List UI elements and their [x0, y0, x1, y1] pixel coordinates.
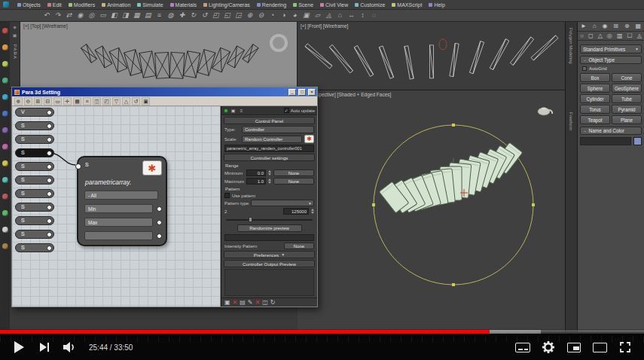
para3d-toolbar-icon[interactable]: ▦ — [73, 97, 81, 105]
command-panel-tab[interactable]: ⌂ — [593, 23, 597, 29]
object-color-swatch[interactable] — [633, 137, 642, 145]
palette-icon[interactable] — [2, 227, 8, 233]
toolbar-icon[interactable]: ⌂ — [335, 11, 345, 20]
para3d-toolbar-icon[interactable]: ✛ — [63, 97, 72, 105]
object-type-button-geosphere[interactable]: GeoSphere — [612, 84, 642, 93]
toolbar-icon[interactable]: ◌ — [369, 11, 379, 20]
para3d-toolbar-icon[interactable]: ≡ — [83, 97, 91, 105]
toolbar-icon[interactable]: ◎ — [87, 11, 96, 20]
spinner-arrows-icon[interactable] — [268, 178, 271, 184]
spinner-arrows-icon[interactable] — [311, 209, 314, 214]
controller-name-field[interactable]: parametric_array_randam_controller001 — [224, 145, 314, 152]
auto-update-checkbox[interactable]: ✓ — [284, 108, 289, 113]
pattern-slider[interactable] — [226, 217, 313, 222]
palette-icon[interactable] — [2, 160, 8, 166]
pill-socket[interactable] — [47, 191, 52, 197]
randomize-preview-button[interactable]: Randomize preview — [237, 224, 302, 232]
panel-icon[interactable]: ◫ — [262, 300, 268, 306]
pill-socket[interactable] — [47, 232, 52, 237]
maximum-none-button[interactable]: None — [273, 178, 314, 185]
node-pill[interactable]: V — [15, 108, 54, 117]
category-icon[interactable]: ▥ — [617, 33, 623, 39]
para3d-toolbar-icon[interactable]: ◰ — [102, 97, 111, 105]
para3d-toolbar-icon[interactable]: ▽ — [112, 97, 121, 105]
maximize-button[interactable]: □ — [298, 89, 306, 96]
view-gizmo-icon[interactable] — [270, 34, 288, 52]
menu-modifiers[interactable]: Modifiers — [69, 2, 95, 8]
play-button[interactable] — [8, 337, 30, 357]
palette-icon[interactable] — [2, 44, 8, 50]
palette-icon[interactable] — [2, 78, 8, 84]
toolbar-icon[interactable]: ⊕ — [245, 11, 255, 20]
spinner-arrows-icon[interactable] — [268, 170, 271, 175]
dock-icon[interactable]: ▣ — [13, 32, 17, 38]
minimum-spinner[interactable]: 0.0 — [246, 169, 266, 176]
object-type-button-sphere[interactable]: Sphere — [580, 84, 610, 93]
viewport-front-label[interactable]: [+] [Front] [Wireframe] — [301, 23, 348, 29]
para3d-toolbar-icon[interactable]: ⊕ — [14, 97, 23, 105]
palette-icon[interactable] — [2, 177, 8, 183]
category-icon[interactable]: ◬ — [637, 33, 642, 39]
viewport-top-label[interactable]: [+] [Top] [Wireframe] — [23, 23, 68, 29]
toolbar-icon[interactable]: ◉ — [75, 11, 85, 20]
video-frame[interactable]: ObjectsEditModifiersAnimationSimulateMat… — [0, 0, 644, 332]
para3d-toolbar-icon[interactable]: ▭ — [53, 97, 62, 105]
category-icon[interactable]: ◻ — [588, 33, 594, 39]
node-pill[interactable]: S — [15, 175, 54, 185]
para3d-titlebar[interactable]: Para 3d Setting _ □ × — [12, 87, 317, 96]
panel-icon[interactable]: ✕ — [255, 300, 261, 306]
toolbar-icon[interactable]: ◲ — [233, 11, 243, 20]
command-panel-tab[interactable]: ► — [581, 23, 587, 29]
pill-socket[interactable] — [47, 137, 52, 142]
node-pill[interactable]: S — [15, 148, 54, 157]
object-type-button-pyramid[interactable]: Pyramid — [612, 105, 642, 114]
subtitles-button[interactable] — [511, 337, 534, 357]
para3d-toolbar-icon[interactable]: △ — [122, 97, 130, 105]
palette-icon[interactable] — [2, 194, 8, 200]
toolbar-icon[interactable]: ◔ — [267, 11, 277, 20]
object-type-button-box[interactable]: Box — [580, 73, 610, 82]
panel-icon[interactable]: ↻ — [270, 300, 276, 306]
para3d-toolbar-icon[interactable]: ▣ — [142, 97, 150, 105]
toolbar-icon[interactable]: ↶ — [41, 11, 51, 20]
palette-icon[interactable] — [2, 111, 8, 117]
object-type-button-tube[interactable]: Tube — [612, 94, 642, 103]
object-type-button-cylinder[interactable]: Cylinder — [580, 94, 610, 103]
menu-objects[interactable]: Objects — [17, 2, 41, 8]
node-pill[interactable]: S — [15, 216, 54, 225]
toolbar-icon[interactable]: ◕ — [290, 11, 300, 20]
object-type-button-cone[interactable]: Cone — [612, 73, 642, 82]
panel-icon[interactable]: ▣ — [224, 300, 230, 306]
video-progress-bar[interactable] — [0, 330, 644, 334]
toolbar-icon[interactable]: ◱ — [222, 11, 232, 20]
pill-socket[interactable] — [47, 246, 52, 251]
toolbar-icon[interactable]: ✚ — [177, 11, 187, 20]
node-pill[interactable]: S — [15, 230, 54, 239]
seed-field[interactable]: 125000 — [283, 208, 309, 215]
node-input-socket[interactable] — [75, 163, 81, 169]
fullscreen-button[interactable] — [614, 337, 636, 357]
menu-animation[interactable]: Animation — [102, 2, 130, 8]
toolbar-icon[interactable]: ↔ — [346, 11, 356, 20]
menu-customize[interactable]: Customize — [355, 2, 385, 8]
theater-mode-button[interactable] — [588, 337, 611, 357]
pill-socket[interactable] — [47, 205, 52, 210]
name-color-rollout[interactable]: − Name and Color — [580, 127, 642, 135]
object-type-button-teapot[interactable]: Teapot — [580, 115, 610, 124]
minimize-button[interactable]: _ — [288, 89, 296, 96]
object-type-rollout[interactable]: − Object Type — [580, 56, 642, 64]
command-panel-tab[interactable]: ◉ — [602, 23, 607, 29]
type-value[interactable]: Controller — [242, 126, 314, 133]
menu-maxscript[interactable]: MAXScript — [392, 2, 422, 8]
palette-icon[interactable] — [2, 144, 8, 150]
toolbar-icon[interactable]: ◑ — [279, 11, 288, 20]
slider-handle[interactable] — [249, 217, 252, 222]
controller-settings-header[interactable]: Controller settings — [224, 154, 315, 161]
category-dropdown[interactable]: Standard Primitives ▼ — [580, 44, 642, 53]
pill-socket[interactable] — [47, 164, 52, 169]
palette-icon[interactable] — [2, 210, 8, 216]
toolbar-icon[interactable]: ◬ — [324, 11, 334, 20]
node-pill[interactable]: S — [15, 135, 54, 144]
app-icon[interactable] — [3, 2, 9, 8]
para3d-toolbar-icon[interactable]: ⊞ — [34, 97, 42, 105]
